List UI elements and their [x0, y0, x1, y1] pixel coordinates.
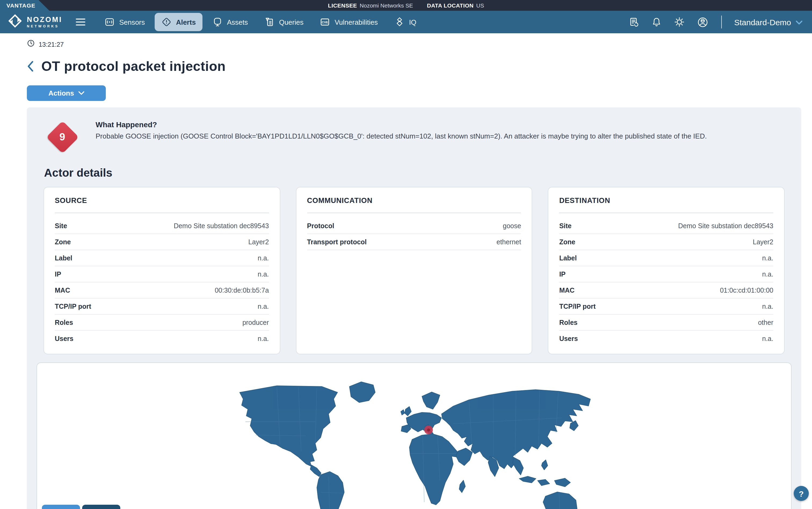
map-3d-button[interactable]: 3D — [42, 505, 80, 509]
nav-item-label: Vulnerabilities — [335, 18, 378, 26]
risk-score-badge: 9 — [43, 118, 81, 156]
main-content: 13:21:27 OT protocol packet injection Ac… — [0, 39, 812, 509]
row-label: TCP/IP port — [559, 303, 596, 310]
alert-time: 13:21:27 — [27, 39, 801, 49]
row-value: 01:0c:cd:01:00:00 — [720, 287, 773, 294]
sensors-icon — [104, 16, 115, 27]
table-row: SiteDemo Site substation dec89543 — [55, 218, 269, 234]
iq-icon — [394, 16, 405, 27]
what-happened-title: What Happened? — [96, 120, 707, 129]
licensee-label: LICENSEE — [328, 2, 357, 9]
table-row: MAC00:30:de:0b:b5:7a — [55, 282, 269, 299]
clock-icon — [27, 39, 35, 49]
chevron-down-icon — [78, 91, 84, 95]
audit-report-icon[interactable] — [628, 16, 640, 28]
alerts-icon — [161, 16, 172, 27]
nav-item-label: IQ — [409, 18, 416, 26]
row-label: Site — [55, 222, 67, 230]
row-label: TCP/IP port — [55, 303, 91, 310]
user-avatar-icon[interactable] — [697, 16, 709, 28]
divider — [307, 213, 521, 213]
table-row: IPn.a. — [559, 266, 773, 282]
table-row: MAC01:0c:cd:01:00:00 — [559, 282, 773, 299]
table-row: Usersn.a. — [559, 331, 773, 346]
row-label: Transport protocol — [307, 238, 367, 246]
menu-hamburger-icon[interactable] — [75, 18, 86, 26]
nozomi-logo[interactable]: NOZOMI NETWORKS — [7, 13, 62, 31]
row-value: n.a. — [762, 254, 773, 262]
row-value: Demo Site substation dec89543 — [678, 222, 773, 230]
alert-detail-panel: 9 What Happened? Probable GOOSE injectio… — [27, 107, 801, 509]
row-label: Label — [55, 254, 72, 262]
navbar-right: Standard-Demo — [628, 15, 802, 29]
actor-cards: SOURCE SiteDemo Site substation dec89543… — [36, 187, 791, 354]
license-info: LICENSEE Nozomi Networks SE DATA LOCATIO… — [0, 0, 812, 11]
row-value: n.a. — [258, 303, 269, 310]
help-button[interactable]: ? — [794, 486, 809, 501]
nozomi-diamond-icon — [7, 13, 23, 31]
nav-item-queries[interactable]: Queries — [258, 13, 310, 31]
nav-item-alerts[interactable]: Alerts — [155, 13, 202, 31]
row-value: n.a. — [762, 335, 773, 343]
row-label: Zone — [55, 238, 71, 246]
queries-icon — [264, 16, 275, 27]
assets-icon — [212, 16, 223, 27]
nav-item-assets[interactable]: Assets — [205, 13, 254, 31]
row-label: MAC — [55, 287, 70, 294]
row-value: producer — [242, 319, 269, 327]
world-map — [218, 363, 610, 509]
alert-timestamp: 13:21:27 — [39, 40, 64, 48]
nav-item-sensors[interactable]: Sensors — [98, 13, 151, 31]
row-value: Layer2 — [753, 238, 773, 246]
cve-icon-text: CVE — [322, 21, 328, 24]
divider — [55, 213, 269, 213]
row-value: n.a. — [762, 271, 773, 278]
divider — [721, 15, 722, 29]
row-label: Roles — [55, 319, 73, 327]
row-label: Site — [559, 222, 572, 230]
actions-button[interactable]: Actions — [27, 86, 106, 101]
nav-item-iq[interactable]: IQ — [387, 13, 422, 31]
nav-item-vulnerabilities[interactable]: CVE Vulnerabilities — [313, 13, 384, 31]
row-label: Zone — [559, 238, 575, 246]
actor-details-heading: Actor details — [44, 166, 791, 179]
help-icon: ? — [799, 489, 804, 498]
map-2d-button[interactable]: 2D — [82, 505, 120, 509]
table-row: Transport protocolethernet — [307, 234, 521, 250]
what-happened-description: Probable GOOSE injection (GOOSE Control … — [96, 132, 707, 140]
table-row: TCP/IP portn.a. — [55, 299, 269, 315]
row-value: Layer2 — [248, 238, 269, 246]
what-happened-section: 9 What Happened? Probable GOOSE injectio… — [36, 118, 791, 156]
row-label: IP — [55, 271, 61, 278]
row-value: Demo Site substation dec89543 — [174, 222, 269, 230]
back-button[interactable] — [27, 61, 34, 72]
destination-card: DESTINATION SiteDemo Site substation dec… — [548, 187, 785, 354]
table-row: ZoneLayer2 — [559, 234, 773, 250]
notifications-bell-icon[interactable] — [651, 16, 662, 28]
table-row: Labeln.a. — [55, 250, 269, 266]
row-value: 00:30:de:0b:b5:7a — [215, 287, 269, 294]
divider — [559, 213, 773, 213]
map-view-toggles: 3D 2D — [42, 505, 120, 509]
nav-item-label: Queries — [279, 18, 303, 26]
row-value: ethernet — [497, 238, 521, 246]
geolocation-map[interactable]: 3D 2D — [36, 363, 791, 509]
brand-line2: NETWORKS — [27, 25, 62, 28]
cve-icon: CVE — [319, 16, 330, 27]
risk-score-value: 9 — [59, 131, 65, 143]
table-row: IPn.a. — [55, 266, 269, 282]
settings-gear-icon[interactable] — [673, 16, 685, 28]
table-row: Protocolgoose — [307, 218, 521, 234]
risk-diamond-icon: 9 — [46, 121, 79, 153]
table-row: TCP/IP portn.a. — [559, 299, 773, 315]
tenant-switcher[interactable]: Standard-Demo — [734, 17, 802, 27]
tenant-name: Standard-Demo — [734, 18, 791, 27]
row-value: n.a. — [762, 303, 773, 310]
table-row: ZoneLayer2 — [55, 234, 269, 250]
row-label: Label — [559, 254, 577, 262]
table-row: Labeln.a. — [559, 250, 773, 266]
table-row: Rolesother — [559, 315, 773, 331]
row-label: IP — [559, 271, 566, 278]
brand-line1: NOZOMI — [27, 16, 62, 23]
row-label: Protocol — [307, 222, 334, 230]
